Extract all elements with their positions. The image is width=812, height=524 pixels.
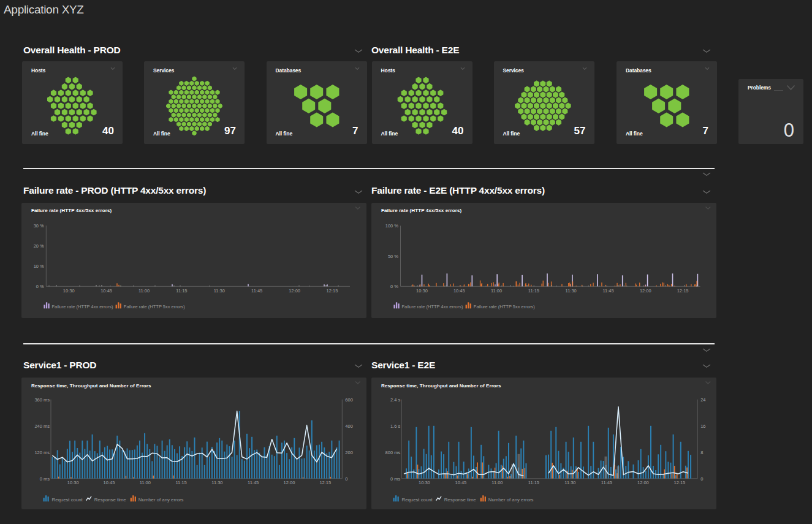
- svg-text:Failure rate (HTTP 4xx/5xx err: Failure rate (HTTP 4xx/5xx errors): [31, 208, 112, 213]
- svg-text:16: 16: [700, 423, 705, 429]
- svg-text:Request count: Request count: [52, 497, 83, 503]
- svg-text:Failure rate (HTTP 4xx/5xx err: Failure rate (HTTP 4xx/5xx errors): [381, 208, 461, 213]
- svg-text:10:45: 10:45: [104, 480, 115, 485]
- svg-text:0: 0: [700, 476, 703, 482]
- svg-text:240 ms: 240 ms: [34, 423, 50, 429]
- svg-text:Failure rate (HTTP 4xx errors): Failure rate (HTTP 4xx errors): [401, 304, 463, 309]
- svg-text:0 %: 0 %: [36, 284, 44, 289]
- svg-text:12:00: 12:00: [639, 288, 651, 294]
- svg-text:10:30: 10:30: [416, 288, 428, 294]
- svg-text:Number of any errors: Number of any errors: [138, 497, 184, 503]
- svg-text:30 %: 30 %: [34, 223, 44, 229]
- svg-text:12:00: 12:00: [637, 480, 649, 485]
- svg-text:11:30: 11:30: [214, 288, 225, 294]
- svg-text:0 ms: 0 ms: [40, 476, 50, 482]
- svg-text:11:00: 11:00: [138, 288, 150, 294]
- svg-text:0 %: 0 %: [390, 284, 398, 289]
- svg-text:12:00: 12:00: [284, 480, 295, 485]
- svg-text:11:45: 11:45: [248, 480, 259, 485]
- svg-text:11:45: 11:45: [602, 288, 613, 294]
- svg-text:Request count: Request count: [401, 497, 433, 503]
- svg-text:1.6 s: 1.6 s: [390, 423, 400, 429]
- svg-text:11:30: 11:30: [211, 480, 222, 485]
- svg-text:10:30: 10:30: [63, 288, 75, 294]
- svg-text:24: 24: [700, 397, 705, 403]
- svg-text:11:30: 11:30: [564, 480, 575, 485]
- svg-text:10:45: 10:45: [453, 288, 465, 294]
- svg-text:Failure rate (HTTP 5xx errors): Failure rate (HTTP 5xx errors): [124, 304, 185, 309]
- svg-text:400: 400: [345, 423, 353, 429]
- svg-text:12:00: 12:00: [289, 288, 300, 294]
- svg-text:12:15: 12:15: [677, 288, 688, 294]
- svg-text:Failure rate (HTTP 5xx errors): Failure rate (HTTP 5xx errors): [473, 304, 534, 309]
- svg-text:100 %: 100 %: [385, 223, 398, 229]
- svg-text:11:15: 11:15: [528, 288, 539, 294]
- svg-text:800 ms: 800 ms: [385, 450, 400, 455]
- svg-text:12:15: 12:15: [319, 480, 331, 485]
- svg-text:Response time, Throughput and: Response time, Throughput and Number of …: [31, 383, 151, 389]
- svg-text:10 %: 10 %: [34, 264, 44, 269]
- svg-text:0 ms: 0 ms: [390, 476, 400, 482]
- svg-text:11:15: 11:15: [176, 288, 187, 294]
- svg-text:2.4 s: 2.4 s: [390, 397, 400, 403]
- svg-text:11:15: 11:15: [528, 480, 539, 485]
- svg-text:50 %: 50 %: [387, 254, 398, 259]
- svg-text:Response time: Response time: [444, 497, 476, 503]
- svg-text:600: 600: [345, 397, 353, 403]
- svg-text:120 ms: 120 ms: [34, 450, 50, 455]
- svg-text:Number of any errors: Number of any errors: [488, 497, 533, 503]
- svg-text:10:30: 10:30: [419, 480, 430, 485]
- svg-text:11:30: 11:30: [565, 288, 576, 294]
- svg-text:10:45: 10:45: [455, 480, 466, 485]
- svg-text:Response time: Response time: [94, 497, 126, 503]
- svg-text:Failure rate (HTTP 4xx errors): Failure rate (HTTP 4xx errors): [52, 304, 113, 309]
- svg-text:10:30: 10:30: [67, 480, 79, 485]
- svg-text:12:15: 12:15: [327, 288, 338, 294]
- svg-text:0: 0: [345, 476, 347, 482]
- svg-text:Response time, Throughput and: Response time, Throughput and Number of …: [381, 383, 501, 389]
- svg-text:11:15: 11:15: [175, 480, 186, 485]
- svg-text:20 %: 20 %: [34, 243, 44, 249]
- svg-text:360 ms: 360 ms: [34, 397, 50, 403]
- svg-text:12:15: 12:15: [674, 480, 685, 485]
- svg-text:11:45: 11:45: [251, 288, 262, 294]
- svg-text:200: 200: [345, 450, 353, 455]
- svg-text:11:45: 11:45: [601, 480, 612, 485]
- svg-text:11:00: 11:00: [490, 288, 501, 294]
- svg-text:11:00: 11:00: [491, 480, 503, 485]
- svg-text:11:00: 11:00: [140, 480, 151, 485]
- svg-text:10:45: 10:45: [101, 288, 112, 294]
- svg-text:8: 8: [700, 450, 703, 455]
